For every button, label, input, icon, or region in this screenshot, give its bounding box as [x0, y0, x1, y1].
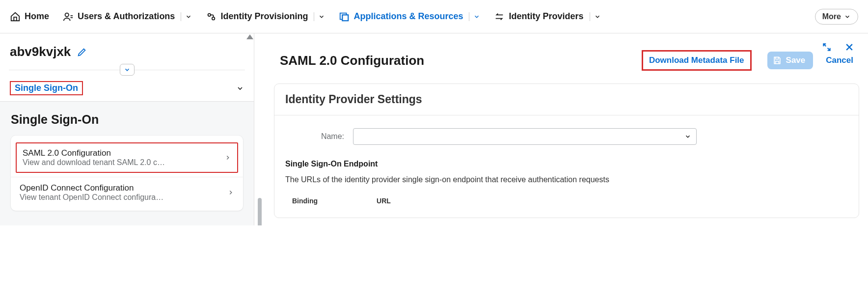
save-button-label: Save: [786, 55, 806, 65]
scroll-up-icon[interactable]: [246, 34, 253, 39]
chevron-right-icon: [227, 189, 234, 196]
idp-settings-title: Identity Provider Settings: [274, 84, 859, 115]
config-item-desc: View tenant OpenID Connect configura…: [20, 193, 163, 202]
nav-apps-label: Applications & Resources: [353, 11, 463, 22]
save-button[interactable]: Save: [767, 52, 814, 69]
provisioning-icon: [206, 11, 217, 22]
save-icon: [772, 55, 782, 65]
right-header: SAML 2.0 Configuration Download Metadata…: [265, 33, 868, 83]
page-title: SAML 2.0 Configuration: [280, 53, 424, 68]
chevron-down-icon[interactable]: [469, 12, 480, 21]
name-row: Name:: [274, 115, 859, 150]
cancel-button[interactable]: Cancel: [826, 55, 853, 65]
nav-idp-label: Identity Providers: [509, 11, 583, 22]
nav-apps[interactable]: Applications & Resources: [339, 11, 480, 22]
collapse-row: [0, 64, 254, 75]
idp-settings-panel: Identity Provider Settings Name: Single …: [274, 83, 859, 218]
chevron-down-icon[interactable]: [314, 12, 325, 21]
col-url: URL: [377, 197, 391, 205]
config-item-title: SAML 2.0 Configuration: [23, 148, 165, 158]
chevron-down-icon[interactable]: [181, 12, 192, 21]
sso-endpoint-desc: The URLs of the identity provider single…: [285, 175, 848, 184]
nav-more-button[interactable]: More: [815, 9, 858, 25]
config-item-saml[interactable]: SAML 2.0 Configuration View and download…: [16, 142, 238, 173]
splitter[interactable]: [254, 33, 265, 225]
sso-section: Single Sign-On SAML 2.0 Configuration Vi…: [0, 102, 254, 225]
endpoint-table-header: Binding URL: [285, 194, 848, 208]
config-item-title: OpenID Connect Configuration: [20, 183, 163, 193]
chevron-down-icon: [684, 133, 691, 140]
nav-home-label: Home: [25, 11, 49, 22]
tenant-header: abv9kvjxk: [0, 33, 254, 64]
chevron-down-icon: [236, 84, 244, 92]
svg-point-2: [212, 17, 215, 19]
nav-users-label: Users & Authorizations: [78, 11, 175, 22]
sso-endpoint-section: Single Sign-On Endpoint The URLs of the …: [274, 150, 859, 208]
chevron-down-icon[interactable]: [590, 12, 601, 21]
sso-endpoint-title: Single Sign-On Endpoint: [285, 160, 848, 168]
svg-point-0: [65, 13, 69, 16]
nav-more-label: More: [822, 12, 841, 21]
edit-icon[interactable]: [77, 47, 87, 57]
users-icon: [63, 11, 74, 22]
chevron-down-icon: [844, 13, 851, 20]
nav-provisioning[interactable]: Identity Provisioning: [206, 11, 325, 22]
svg-rect-4: [343, 15, 349, 21]
svg-point-1: [208, 13, 211, 16]
collapse-toggle[interactable]: [120, 64, 135, 76]
splitter-handle[interactable]: [258, 198, 262, 225]
tenant-name: abv9kvjxk: [10, 44, 71, 59]
sync-icon: [494, 11, 505, 22]
main: abv9kvjxk Single Sign-On Single Sign-On …: [0, 33, 868, 225]
config-item-desc: View and download tenant SAML 2.0 c…: [23, 158, 165, 167]
expand-icon[interactable]: [822, 42, 832, 52]
left-panel: abv9kvjxk Single Sign-On Single Sign-On …: [0, 33, 254, 225]
home-icon: [10, 11, 21, 22]
download-metadata-link[interactable]: Download Metadata File: [642, 50, 752, 71]
sso-section-title: Single Sign-On: [11, 112, 243, 127]
top-nav: Home Users & Authorizations Identity Pro…: [0, 0, 868, 33]
chevron-right-icon: [224, 154, 231, 161]
config-item-oidc[interactable]: OpenID Connect Configuration View tenant…: [11, 177, 243, 208]
nav-users[interactable]: Users & Authorizations: [63, 11, 192, 22]
sso-tab-label: Single Sign-On: [10, 81, 83, 95]
apps-icon: [339, 11, 350, 22]
sso-tab[interactable]: Single Sign-On: [0, 75, 254, 102]
nav-provisioning-label: Identity Provisioning: [220, 11, 308, 22]
chevron-down-icon: [124, 66, 131, 73]
nav-idp[interactable]: Identity Providers: [494, 11, 600, 22]
name-select[interactable]: [353, 128, 697, 145]
config-card: SAML 2.0 Configuration View and download…: [11, 136, 243, 211]
name-label: Name:: [285, 132, 344, 141]
close-icon[interactable]: [844, 42, 854, 52]
col-binding: Binding: [292, 197, 318, 205]
right-panel: SAML 2.0 Configuration Download Metadata…: [265, 33, 868, 225]
nav-home[interactable]: Home: [10, 11, 49, 22]
